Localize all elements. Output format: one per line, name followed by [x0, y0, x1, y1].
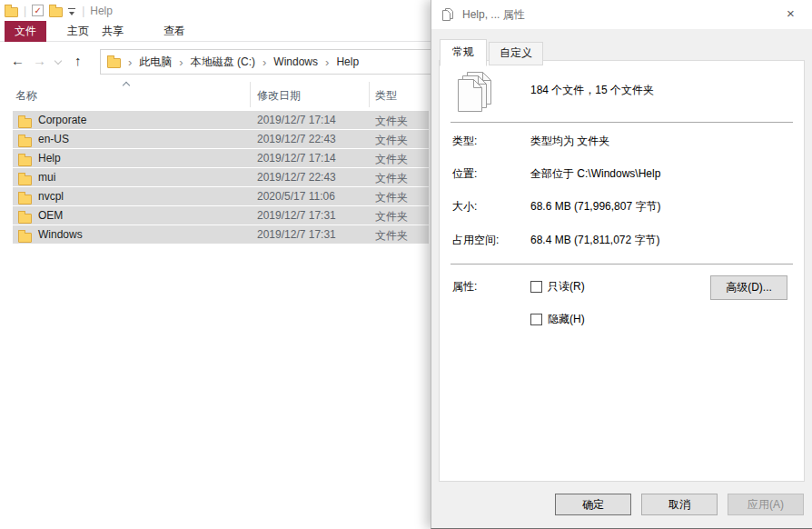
file-type: 文件夹	[375, 152, 408, 167]
folder-icon	[18, 233, 32, 243]
file-date: 2019/12/7 17:31	[257, 228, 336, 241]
file-name: en-US	[38, 133, 69, 145]
hidden-label: 隐藏(H)	[548, 312, 585, 327]
recent-locations-chevron-icon[interactable]	[54, 57, 62, 65]
qat-separator: |	[24, 5, 26, 17]
tab-general[interactable]: 常规	[440, 39, 487, 66]
qat-customize-icon[interactable]	[68, 8, 76, 15]
folder-icon	[18, 195, 32, 205]
sort-ascending-icon	[123, 82, 130, 89]
address-folder-icon	[107, 58, 121, 68]
field-value-type: 类型均为 文件夹	[530, 134, 609, 149]
new-folder-qat-icon[interactable]	[49, 7, 63, 17]
breadcrumb-chevron-icon: ›	[318, 55, 336, 69]
general-tab-page: 184 个文件，15 个文件夹 类型: 类型均为 文件夹 位置: 全部位于 C:…	[439, 60, 805, 482]
breadcrumb-chevron-icon: ›	[172, 55, 190, 69]
file-date: 2019/12/7 17:14	[257, 152, 336, 165]
column-header-name[interactable]: 名称	[15, 88, 37, 104]
file-row[interactable]: Help 2019/12/7 17:14 文件夹	[13, 149, 429, 167]
qat-separator: |	[82, 5, 84, 17]
window-folder-icon	[5, 7, 18, 17]
column-header-date-modified[interactable]: 修改日期	[257, 88, 301, 104]
file-row[interactable]: en-US 2019/12/7 22:43 文件夹	[13, 130, 429, 148]
separator	[451, 122, 793, 123]
field-label-size: 大小:	[452, 199, 477, 215]
file-name: mui	[38, 171, 55, 184]
field-label-size-on-disk: 占用空间:	[452, 233, 499, 248]
field-value-location: 全部位于 C:\Windows\Help	[530, 166, 660, 182]
file-name: Corporate	[38, 114, 86, 126]
separator	[451, 264, 793, 264]
folder-icon	[18, 175, 32, 185]
window-title: Help	[90, 5, 113, 17]
breadcrumb-chevron-icon: ›	[121, 55, 139, 69]
file-date: 2019/12/7 17:14	[257, 114, 336, 126]
forward-icon[interactable]: →	[33, 53, 46, 69]
cancel-button[interactable]: 取消	[641, 494, 718, 515]
apply-button[interactable]: 应用(A)	[728, 494, 804, 515]
file-type: 文件夹	[375, 114, 408, 129]
file-row[interactable]: nvcpl 2020/5/17 11:06 文件夹	[13, 187, 429, 205]
breadcrumb-this-pc[interactable]: 此电脑	[139, 55, 172, 70]
address-bar[interactable]: › 此电脑 › 本地磁盘 (C:) › Windows › Help	[100, 49, 432, 75]
file-name: OEM	[38, 209, 63, 222]
attributes-label: 属性:	[452, 279, 477, 294]
file-row[interactable]: mui 2019/12/7 22:43 文件夹	[13, 168, 429, 186]
tab-file[interactable]: 文件	[5, 21, 46, 42]
explorer-titlebar: | ✓ | Help	[0, 0, 431, 21]
column-headers: 名称 修改日期 类型	[0, 80, 431, 110]
file-row[interactable]: OEM 2019/12/7 17:31 文件夹	[13, 206, 429, 225]
folder-icon	[18, 137, 32, 147]
dialog-tab-strip: 常规 自定义	[440, 39, 545, 65]
properties-dialog: Help, ... 属性 × 常规 自定义 184 个文件，15 个文件夹 类型…	[431, 0, 812, 529]
folder-icon	[18, 156, 32, 166]
folder-icon	[18, 214, 32, 224]
breadcrumb-local-disk-c[interactable]: 本地磁盘 (C:)	[191, 55, 255, 70]
file-date: 2019/12/7 22:43	[257, 171, 336, 184]
file-row[interactable]: Windows 2019/12/7 17:31 文件夹	[13, 225, 429, 244]
column-divider[interactable]	[369, 82, 370, 107]
file-name: Windows	[38, 228, 83, 241]
file-date: 2019/12/7 22:43	[257, 133, 336, 145]
tab-share[interactable]: 共享	[92, 21, 134, 42]
file-type: 文件夹	[375, 228, 408, 244]
dialog-titlebar: Help, ... 属性 ×	[431, 0, 812, 29]
file-date: 2020/5/17 11:06	[257, 190, 335, 203]
advanced-button[interactable]: 高级(D)...	[710, 275, 787, 300]
file-row[interactable]: Corporate 2019/12/7 17:14 文件夹	[13, 111, 429, 129]
back-icon[interactable]: ←	[11, 53, 25, 69]
breadcrumb-help[interactable]: Help	[336, 55, 359, 68]
breadcrumb-chevron-icon: ›	[255, 55, 273, 69]
field-label-type: 类型:	[452, 134, 477, 149]
breadcrumb-windows[interactable]: Windows	[273, 55, 318, 68]
tab-customize[interactable]: 自定义	[489, 42, 543, 65]
explorer-window: | ✓ | Help 文件 主页 共享 查看 ← → ↑ › 此电脑 › 本地磁…	[0, 0, 431, 529]
close-icon[interactable]: ×	[770, 1, 811, 26]
file-type: 文件夹	[375, 133, 408, 148]
readonly-checkbox[interactable]	[530, 281, 542, 293]
column-divider[interactable]	[250, 82, 251, 107]
tab-view[interactable]: 查看	[153, 21, 195, 42]
multiple-files-large-icon	[454, 70, 496, 117]
properties-qat-icon[interactable]: ✓	[32, 5, 44, 16]
file-name: Help	[38, 152, 61, 165]
column-header-type[interactable]: 类型	[375, 88, 397, 104]
hidden-checkbox[interactable]	[530, 314, 542, 325]
readonly-checkbox-row: 只读(R)	[530, 279, 585, 294]
file-type: 文件夹	[375, 209, 408, 225]
field-value-size: 68.6 MB (71,996,807 字节)	[530, 199, 660, 215]
up-icon[interactable]: ↑	[74, 53, 82, 69]
readonly-label: 只读(R)	[548, 279, 585, 294]
multiple-files-icon	[441, 7, 455, 22]
file-list: Corporate 2019/12/7 17:14 文件夹 en-US 2019…	[13, 111, 429, 245]
ok-button[interactable]: 确定	[555, 494, 631, 515]
ribbon-tab-strip: 文件 主页 共享 查看	[0, 21, 431, 42]
hidden-checkbox-row: 隐藏(H)	[530, 312, 585, 327]
file-type: 文件夹	[375, 190, 408, 205]
selection-summary: 184 个文件，15 个文件夹	[530, 83, 654, 98]
navigation-bar: ← → ↑ › 此电脑 › 本地磁盘 (C:) › Windows › Help	[0, 43, 431, 80]
folder-icon	[18, 118, 32, 128]
field-label-location: 位置:	[452, 166, 477, 182]
file-date: 2019/12/7 17:31	[257, 209, 336, 222]
field-value-size-on-disk: 68.4 MB (71,811,072 字节)	[530, 233, 660, 248]
